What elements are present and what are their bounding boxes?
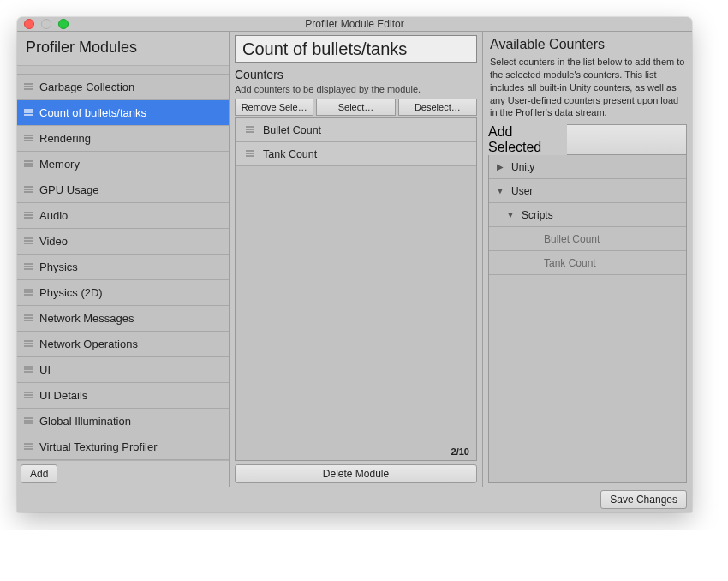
drag-handle-icon[interactable] xyxy=(22,185,34,195)
drag-handle-icon[interactable] xyxy=(22,159,34,170)
drag-handle-icon[interactable] xyxy=(22,288,34,298)
window-title: Profiler Module Editor xyxy=(24,18,685,30)
module-item-label: Global Illumination xyxy=(39,415,131,428)
footer: Save Changes xyxy=(17,487,692,512)
module-item-ghost xyxy=(17,66,229,75)
tree-group[interactable]: ▼User xyxy=(489,179,686,203)
content-area: Profiler Modules Garbage CollectionCount… xyxy=(17,32,692,512)
deselect-all-button[interactable]: Deselect… xyxy=(398,99,477,116)
add-selected-row: Add Selected xyxy=(488,124,687,155)
toolbar-spacer xyxy=(567,124,687,155)
tree-group[interactable]: ▶Unity xyxy=(489,155,686,179)
module-item-label: Video xyxy=(39,235,68,248)
counters-hint: Add counters to be displayed by the modu… xyxy=(235,83,477,95)
drag-handle-icon[interactable] xyxy=(22,416,34,427)
counters-header: Counters xyxy=(235,68,477,81)
module-item-label: Garbage Collection xyxy=(39,81,134,93)
drag-handle-icon[interactable] xyxy=(244,149,256,159)
module-item[interactable]: Rendering xyxy=(17,126,229,152)
counters-count: 2/10 xyxy=(451,446,469,457)
chevron-right-icon[interactable]: ▶ xyxy=(494,162,506,171)
tree-group[interactable]: ▼Scripts xyxy=(489,203,686,227)
drag-handle-icon[interactable] xyxy=(22,365,34,375)
counter-item-label: Tank Count xyxy=(263,148,317,160)
module-item-label: Network Messages xyxy=(39,312,134,325)
module-detail-column: Counters Add counters to be displayed by… xyxy=(230,32,483,487)
module-item[interactable]: Count of bullets/tanks xyxy=(17,100,229,126)
module-item-label: Audio xyxy=(39,209,68,222)
counters-toolbar: Remove Sele… Select… Deselect… xyxy=(235,99,477,116)
modules-column: Profiler Modules Garbage CollectionCount… xyxy=(17,32,230,487)
drag-handle-icon[interactable] xyxy=(22,108,34,118)
module-item[interactable]: Audio xyxy=(17,203,229,229)
available-counters-description: Select counters in the list below to add… xyxy=(488,56,687,124)
module-item-label: Count of bullets/tanks xyxy=(39,106,146,119)
module-item-label: Network Operations xyxy=(39,338,138,350)
module-item-label: GPU Usage xyxy=(39,183,98,196)
module-item[interactable]: Virtual Texturing Profiler xyxy=(17,434,229,460)
module-item-label: Memory xyxy=(39,158,80,171)
module-item[interactable]: UI Details xyxy=(17,383,229,409)
drag-handle-icon[interactable] xyxy=(22,442,34,452)
remove-selected-button[interactable]: Remove Sele… xyxy=(235,99,313,116)
module-item[interactable]: Physics xyxy=(17,255,229,280)
available-counters-tree[interactable]: ▶Unity▼User▼ScriptsBullet CountTank Coun… xyxy=(488,155,687,483)
chevron-down-icon[interactable]: ▼ xyxy=(504,210,516,219)
modules-list[interactable]: Garbage CollectionCount of bullets/tanks… xyxy=(17,65,229,461)
module-item[interactable]: GPU Usage xyxy=(17,177,229,203)
drag-handle-icon[interactable] xyxy=(22,134,34,144)
module-item[interactable]: Physics (2D) xyxy=(17,280,229,306)
chevron-down-icon[interactable]: ▼ xyxy=(494,186,506,195)
close-icon[interactable] xyxy=(24,19,34,29)
module-item-label: Rendering xyxy=(39,132,91,145)
module-item[interactable]: UI xyxy=(17,357,229,383)
tree-label: Tank Count xyxy=(544,257,596,269)
zoom-icon[interactable] xyxy=(58,19,69,29)
module-item-label: Physics (2D) xyxy=(39,286,103,299)
tree-leaf[interactable]: Tank Count xyxy=(489,251,686,275)
main-row: Profiler Modules Garbage CollectionCount… xyxy=(17,32,692,487)
module-name-input[interactable] xyxy=(235,35,477,63)
drag-handle-icon[interactable] xyxy=(22,82,34,93)
drag-handle-icon[interactable] xyxy=(22,262,34,273)
module-item[interactable]: Global Illumination xyxy=(17,409,229,434)
module-item-label: UI xyxy=(39,363,51,376)
add-bar: Add xyxy=(17,461,229,487)
module-item[interactable]: Network Messages xyxy=(17,306,229,332)
module-item[interactable]: Video xyxy=(17,229,229,255)
drag-handle-icon[interactable] xyxy=(22,237,34,247)
counter-item[interactable]: Tank Count xyxy=(236,142,476,166)
drag-handle-icon[interactable] xyxy=(22,391,34,401)
add-module-button[interactable]: Add xyxy=(21,464,57,483)
traffic-lights xyxy=(24,19,69,29)
module-item[interactable]: Memory xyxy=(17,152,229,177)
minimize-icon xyxy=(41,19,51,29)
titlebar: Profiler Module Editor xyxy=(17,17,692,32)
tree-label: Scripts xyxy=(522,209,553,221)
tree-label: Unity xyxy=(511,161,534,173)
available-counters-column: Available Counters Select counters in th… xyxy=(483,32,692,487)
tree-label: Bullet Count xyxy=(544,233,600,245)
module-item[interactable]: Network Operations xyxy=(17,332,229,357)
module-item-label: Physics xyxy=(39,261,78,273)
drag-handle-icon[interactable] xyxy=(244,125,256,135)
counters-list[interactable]: Bullet CountTank Count2/10 xyxy=(235,117,477,461)
save-changes-button[interactable]: Save Changes xyxy=(600,490,687,509)
drag-handle-icon[interactable] xyxy=(22,339,34,350)
profiler-module-editor-window: Profiler Module Editor Profiler Modules … xyxy=(17,17,692,512)
add-selected-button[interactable]: Add Selected xyxy=(488,124,567,155)
tree-label: User xyxy=(511,185,533,197)
counter-item[interactable]: Bullet Count xyxy=(236,118,476,142)
select-all-button[interactable]: Select… xyxy=(316,99,395,116)
drag-handle-icon[interactable] xyxy=(22,211,34,221)
modules-header: Profiler Modules xyxy=(17,32,229,65)
delete-module-button[interactable]: Delete Module xyxy=(235,464,477,483)
available-counters-header: Available Counters xyxy=(488,35,687,56)
counter-item-label: Bullet Count xyxy=(263,124,321,136)
drag-handle-icon[interactable] xyxy=(22,314,34,324)
module-item-label: UI Details xyxy=(39,389,87,402)
module-item-label: Virtual Texturing Profiler xyxy=(39,440,158,453)
module-item[interactable]: Garbage Collection xyxy=(17,75,229,100)
tree-leaf[interactable]: Bullet Count xyxy=(489,227,686,251)
